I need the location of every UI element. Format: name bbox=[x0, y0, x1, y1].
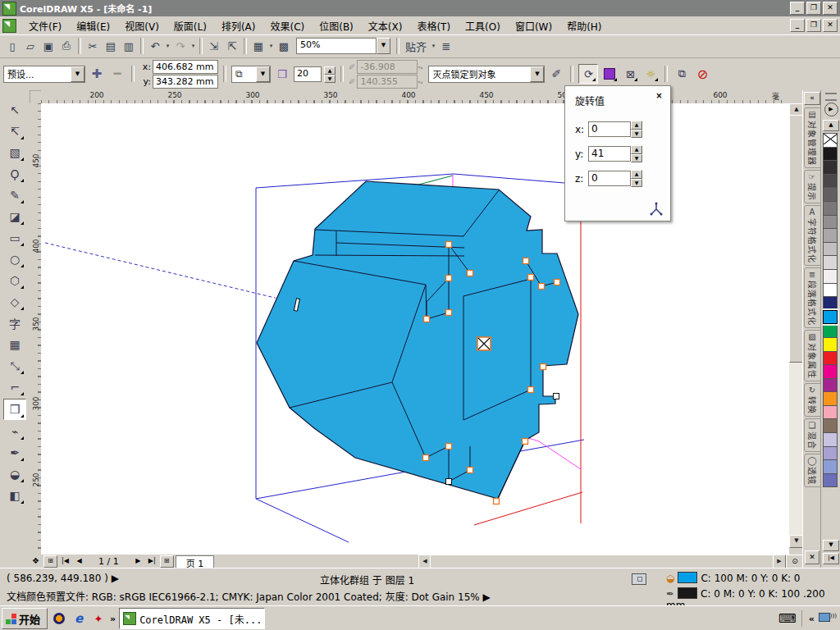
horizontal-ruler[interactable]: 200250300350400450500600毫米 bbox=[41, 90, 789, 104]
menu-item-9[interactable]: 工具(O) bbox=[458, 16, 508, 35]
menu-item-0[interactable]: 文件(F) bbox=[21, 16, 69, 35]
delete-preset-button[interactable]: ━ bbox=[108, 65, 126, 83]
swatch-A9A1D1[interactable] bbox=[823, 446, 838, 461]
swatch-1F2870[interactable] bbox=[823, 296, 838, 311]
docker-collapse-icon[interactable]: « bbox=[804, 92, 820, 105]
swatch-7B7778[interactable] bbox=[823, 201, 838, 216]
swatch-C3BFC0[interactable] bbox=[823, 242, 838, 257]
polygon-tool[interactable]: ⬡ bbox=[4, 271, 25, 290]
object-x-input[interactable]: 406.682 mm bbox=[153, 60, 218, 74]
swatch-A3278E[interactable] bbox=[823, 378, 838, 393]
extrude-tool[interactable]: ❒ bbox=[3, 399, 26, 420]
open-button[interactable]: ▱ bbox=[21, 37, 39, 55]
palette-grip[interactable] bbox=[825, 93, 837, 101]
preset-select[interactable]: 预设... ▼ bbox=[3, 66, 85, 83]
extruded-object[interactable] bbox=[257, 181, 578, 499]
pick-tool[interactable]: ↖ bbox=[4, 100, 25, 120]
bevel-button[interactable]: ⊠ bbox=[621, 65, 639, 83]
save-button[interactable]: ▣ bbox=[39, 37, 57, 55]
quicklaunch-app-icon[interactable]: ✦ bbox=[90, 610, 107, 627]
menu-item-1[interactable]: 编辑(E) bbox=[69, 16, 117, 35]
swatch-00A0E9[interactable] bbox=[823, 310, 838, 325]
document-navigator-icon[interactable]: ❖ bbox=[30, 556, 42, 567]
last-page-button[interactable]: ▶| bbox=[146, 556, 158, 567]
color-proof-icon[interactable] bbox=[632, 573, 646, 585]
snap-dropdown-icon[interactable]: ▾ bbox=[430, 37, 437, 55]
menu-item-3[interactable]: 版面(L) bbox=[167, 16, 214, 35]
tray-collapse-icon[interactable]: « bbox=[809, 614, 815, 624]
basic-shapes-tool[interactable]: ◇ bbox=[4, 292, 25, 312]
lighting-button[interactable]: ☼ bbox=[641, 65, 660, 83]
copy-extrude-properties-button[interactable]: ⧉ bbox=[673, 65, 691, 83]
interactive-fill-tool[interactable]: ◧ bbox=[4, 486, 25, 505]
extrusion-type-dropdown-icon[interactable]: ▼ bbox=[256, 66, 270, 82]
depth-spinner[interactable]: ▲▼ bbox=[324, 66, 336, 81]
swatch-C9C3E2[interactable] bbox=[823, 432, 838, 447]
start-button[interactable]: 开始 bbox=[2, 608, 48, 629]
zoom-level-input[interactable]: 50% bbox=[296, 38, 377, 54]
import-button[interactable]: ⇲ bbox=[205, 37, 223, 55]
first-page-button[interactable]: |◀ bbox=[59, 556, 71, 567]
table-tool[interactable]: ▦ bbox=[4, 335, 25, 354]
swatch-4B4748[interactable] bbox=[823, 174, 838, 189]
doc-close-button[interactable]: ✕ bbox=[823, 19, 838, 32]
swatch-F7941D[interactable] bbox=[823, 391, 838, 406]
task-button-coreldraw[interactable]: CorelDRAW X5 - [未... bbox=[119, 608, 265, 629]
ellipse-tool[interactable]: ○ bbox=[4, 249, 25, 269]
rotation-spinner-1[interactable]: ▲▼ bbox=[631, 145, 642, 162]
eyedropper-tool[interactable]: ⌁ bbox=[4, 422, 25, 441]
add-page-button[interactable]: ⊞ bbox=[43, 555, 57, 568]
add-page-button-2[interactable]: ⊞ bbox=[160, 555, 174, 568]
object-y-input[interactable]: 343.282 mm bbox=[153, 75, 218, 89]
menu-item-10[interactable]: 窗口(W) bbox=[508, 16, 559, 35]
copy-vanishing-point-icon[interactable]: ✐ bbox=[547, 65, 565, 83]
vertical-ruler[interactable]: 450400350300250 bbox=[30, 103, 42, 555]
export-button[interactable]: ⇱ bbox=[223, 37, 241, 55]
docker-tab-7[interactable]: ◯透镜 bbox=[804, 454, 821, 487]
horizontal-scrollbar[interactable]: ◀ ▶ bbox=[418, 555, 786, 568]
minimize-button[interactable]: _ bbox=[790, 2, 805, 15]
swatch-F3EFF0[interactable] bbox=[823, 269, 838, 284]
connector-tool[interactable]: ⌐ bbox=[4, 377, 25, 397]
palette-expand-icon[interactable]: |◀ bbox=[823, 553, 839, 564]
extrusion-type-select[interactable]: ⧉ ▼ bbox=[231, 66, 271, 83]
doc-minimize-button[interactable]: _ bbox=[790, 19, 805, 32]
swatch-635F60[interactable] bbox=[823, 187, 838, 202]
swatch-F5A9B8[interactable] bbox=[823, 405, 838, 420]
vp-mode-dropdown-icon[interactable]: ▼ bbox=[530, 66, 544, 82]
menu-item-8[interactable]: 表格(T) bbox=[409, 16, 458, 35]
menu-item-11[interactable]: 帮助(H) bbox=[559, 16, 609, 35]
swatch-no-color[interactable] bbox=[823, 133, 838, 148]
docker-tab-4[interactable]: ▧对象属性 bbox=[804, 330, 821, 381]
quicklaunch-overflow-icon[interactable]: » bbox=[110, 614, 116, 624]
swatch-ABA7A8[interactable] bbox=[823, 228, 838, 243]
new-button[interactable]: ▯ bbox=[3, 37, 21, 55]
swatch-DBD7D8[interactable] bbox=[823, 255, 838, 270]
zoom-dropdown-icon[interactable]: ▼ bbox=[377, 38, 390, 54]
previous-page-button[interactable]: ◀ bbox=[73, 556, 85, 567]
vertical-scrollbar[interactable]: ▲ ▼ bbox=[789, 103, 802, 548]
next-page-button[interactable]: ▶ bbox=[132, 556, 144, 567]
docker-tab-2[interactable]: A字符格式化 bbox=[804, 205, 821, 266]
swatch-00A651[interactable] bbox=[823, 323, 838, 338]
menu-item-4[interactable]: 排列(A) bbox=[214, 16, 263, 35]
options-button[interactable]: ≣ bbox=[437, 37, 455, 55]
input-method-icon[interactable]: ⌨ bbox=[778, 611, 797, 626]
add-preset-button[interactable]: ✚ bbox=[88, 65, 106, 83]
palette-scroll-up-icon[interactable]: ▲ bbox=[823, 120, 839, 131]
swatch-83705F[interactable] bbox=[823, 418, 838, 433]
menu-item-5[interactable]: 效果(C) bbox=[262, 16, 312, 35]
depth-input[interactable]: 20 bbox=[294, 66, 322, 82]
swatch-FFF200[interactable] bbox=[823, 337, 838, 352]
crop-tool[interactable]: ▧ bbox=[4, 143, 25, 162]
rotation-panel-close-icon[interactable]: × bbox=[653, 90, 665, 102]
swatch-8C9ED6[interactable] bbox=[823, 459, 838, 474]
docker-tab-3[interactable]: ≣段落格式化 bbox=[804, 267, 821, 328]
copy-button[interactable]: ▤ bbox=[102, 37, 120, 55]
undo-dropdown-icon[interactable]: ▾ bbox=[164, 37, 171, 55]
docker-close-icon[interactable]: ✕ bbox=[805, 550, 819, 564]
paste-button[interactable]: ▥ bbox=[120, 37, 138, 55]
close-button[interactable]: ✕ bbox=[823, 2, 838, 15]
welcome-screen-button[interactable]: ▩ bbox=[275, 37, 293, 55]
outline-tool[interactable]: ✒ bbox=[4, 443, 25, 463]
